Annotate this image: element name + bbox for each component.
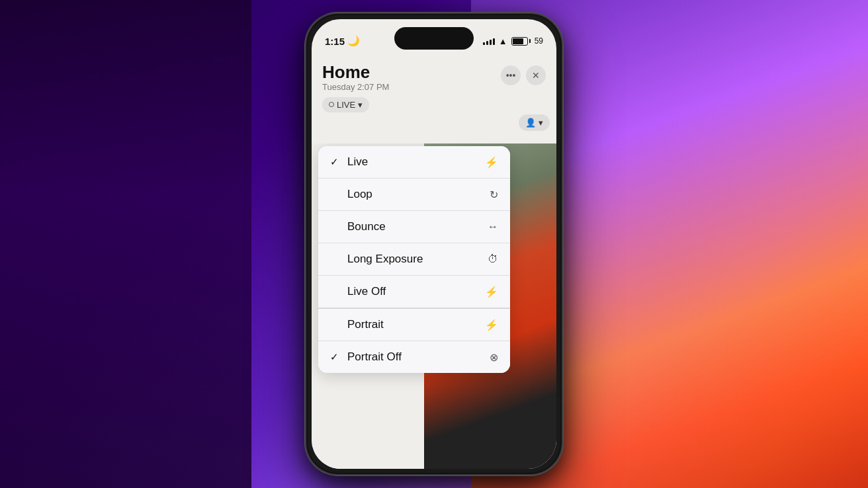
people-button[interactable]: 👤 ▾ xyxy=(519,114,550,131)
menu-item-portrait-off-left: ✓ Portrait Off xyxy=(330,350,402,364)
phone-device: 1:15 🌙 ▲ xyxy=(305,13,563,475)
live-menu-label: Live xyxy=(347,155,368,169)
more-options-button[interactable]: ••• xyxy=(501,65,521,85)
live-chevron-icon: ▾ xyxy=(358,100,363,110)
close-icon: ✕ xyxy=(532,70,540,81)
live-icon: ⚡ xyxy=(485,156,498,169)
bg-left-overlay xyxy=(0,0,251,488)
phone-screen: 1:15 🌙 ▲ xyxy=(312,19,556,469)
status-time: 1:15 🌙 xyxy=(325,35,360,47)
signal-bar-3 xyxy=(490,40,492,45)
long-exposure-menu-label: Long Exposure xyxy=(347,253,423,266)
signal-bar-4 xyxy=(493,38,495,45)
people-icon: 👤 xyxy=(525,118,536,128)
loop-icon: ↻ xyxy=(490,188,498,201)
more-icon: ••• xyxy=(506,70,516,81)
battery-fill xyxy=(513,38,524,44)
battery-tip xyxy=(529,39,531,43)
menu-item-bounce[interactable]: Bounce ↔ xyxy=(318,211,510,243)
live-off-icon: ⚡ xyxy=(485,286,498,298)
menu-item-portrait[interactable]: Portrait ⚡ xyxy=(318,308,510,341)
live-photo-dropdown: ✓ Live ⚡ Loop ↻ xyxy=(318,146,510,373)
time-label: 1:15 xyxy=(325,36,345,47)
people-label: ▾ xyxy=(539,118,543,128)
menu-item-bounce-left: Bounce xyxy=(330,220,386,233)
portrait-off-icon: ⊗ xyxy=(490,351,498,364)
portrait-off-checkmark-icon: ✓ xyxy=(330,351,341,363)
menu-item-portrait-left: Portrait xyxy=(330,318,384,331)
battery-icon xyxy=(511,37,531,46)
portrait-off-menu-label: Portrait Off xyxy=(347,350,402,364)
menu-item-long-exposure[interactable]: Long Exposure ⏱ xyxy=(318,243,510,276)
live-label: LIVE xyxy=(337,100,355,110)
bounce-icon: ↔ xyxy=(488,221,498,233)
header-top: Home Tuesday 2:07 PM LIVE ▾ ••• xyxy=(322,63,546,112)
battery-body xyxy=(511,37,528,46)
close-button[interactable]: ✕ xyxy=(526,65,546,85)
status-right-icons: ▲ 59 xyxy=(483,36,543,46)
dynamic-island xyxy=(394,27,474,50)
menu-item-portrait-off[interactable]: ✓ Portrait Off ⊗ xyxy=(318,341,510,373)
photos-header: Home Tuesday 2:07 PM LIVE ▾ ••• xyxy=(312,58,556,118)
phone-frame: 1:15 🌙 ▲ xyxy=(305,13,563,475)
signal-icon xyxy=(483,37,495,45)
header-title: Home Tuesday 2:07 PM LIVE ▾ xyxy=(322,63,389,112)
long-exposure-icon: ⏱ xyxy=(488,253,498,265)
title-text: Home xyxy=(322,63,389,82)
battery-percent: 59 xyxy=(535,36,543,46)
menu-item-live-off-left: Live Off xyxy=(330,285,386,298)
menu-item-live[interactable]: ✓ Live ⚡ xyxy=(318,146,510,179)
app-content: Home Tuesday 2:07 PM LIVE ▾ ••• xyxy=(312,58,556,469)
live-off-menu-label: Live Off xyxy=(347,285,386,298)
menu-item-loop[interactable]: Loop ↻ xyxy=(318,179,510,211)
subtitle-text: Tuesday 2:07 PM xyxy=(322,82,389,92)
signal-bar-2 xyxy=(486,41,488,45)
menu-item-loop-left: Loop xyxy=(330,188,372,201)
portrait-menu-label: Portrait xyxy=(347,318,384,331)
live-indicator xyxy=(329,102,334,107)
header-actions: ••• ✕ xyxy=(501,65,546,85)
loop-menu-label: Loop xyxy=(347,188,372,201)
photo-section: ✓ Live ⚡ Loop ↻ xyxy=(312,143,556,469)
menu-item-live-off[interactable]: Live Off ⚡ xyxy=(318,276,510,308)
live-badge-button[interactable]: LIVE ▾ xyxy=(322,97,369,112)
moon-icon: 🌙 xyxy=(347,35,360,47)
portrait-icon: ⚡ xyxy=(485,319,498,331)
signal-bar-1 xyxy=(483,42,485,45)
menu-item-long-exposure-left: Long Exposure xyxy=(330,253,423,266)
live-checkmark-icon: ✓ xyxy=(330,156,341,168)
wifi-icon: ▲ xyxy=(499,36,507,46)
bounce-menu-label: Bounce xyxy=(347,220,386,233)
menu-item-live-left: ✓ Live xyxy=(330,155,368,169)
